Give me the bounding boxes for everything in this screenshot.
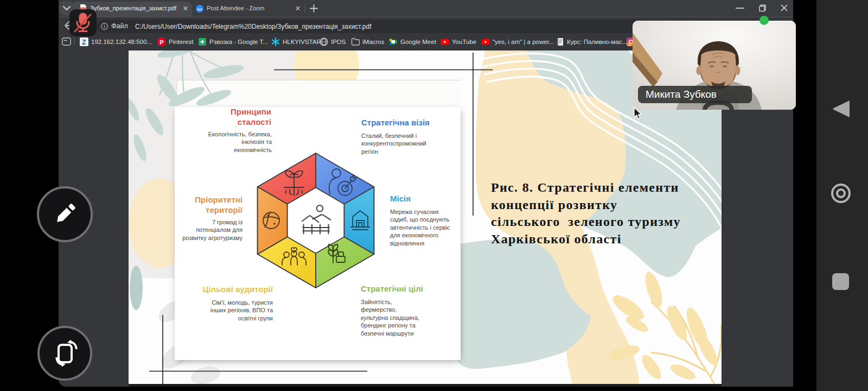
svg-text:zm: zm — [197, 7, 202, 10]
svg-text:P: P — [159, 39, 163, 45]
svg-text:Z: Z — [82, 38, 86, 46]
